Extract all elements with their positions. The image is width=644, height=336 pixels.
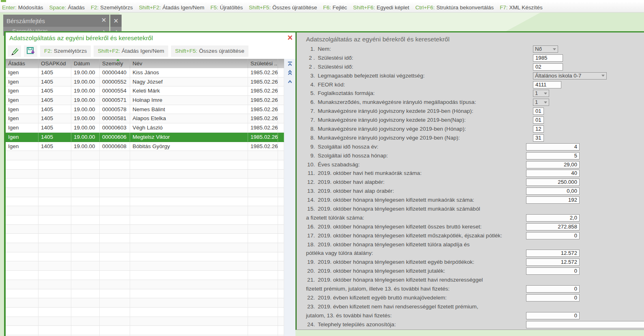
table-row[interactable]: [6, 280, 284, 289]
menu-item[interactable]: F7XML Készítés: [500, 4, 542, 11]
table-row[interactable]: [6, 151, 284, 160]
table-row[interactable]: [6, 289, 284, 299]
table-row[interactable]: [6, 261, 284, 271]
scroll-page-up-button[interactable]: [285, 69, 294, 76]
menu-item[interactable]: Shift+F5Összes újratöltése: [249, 4, 317, 11]
field-input[interactable]: 0: [526, 267, 580, 275]
toolbar-button[interactable]: Shift+F5Összes újratöltése: [171, 45, 248, 57]
table-row[interactable]: [6, 308, 284, 317]
field-input[interactable]: 12.572: [526, 250, 580, 257]
table-row[interactable]: [6, 188, 284, 197]
edit-button[interactable]: [8, 45, 21, 57]
table-row[interactable]: [6, 160, 284, 170]
table-row[interactable]: [6, 215, 284, 225]
close-button[interactable]: ×: [287, 32, 293, 43]
field-select[interactable]: 1: [533, 99, 549, 106]
field-input[interactable]: 272.858: [526, 223, 580, 230]
table-row[interactable]: [6, 170, 284, 179]
table-row[interactable]: Igen 1405 19.00.00 00000608 Bóbitás Györ…: [6, 142, 284, 151]
field-input[interactable]: 01: [533, 108, 544, 115]
scroll-up-button[interactable]: [285, 78, 294, 85]
column-header-nev[interactable]: Név: [130, 59, 248, 68]
table-row[interactable]: [6, 271, 284, 280]
window-title-bar[interactable]: ×: [110, 15, 122, 27]
field-number: 23.: [306, 302, 315, 311]
cell-filler: [278, 96, 284, 105]
toolbar-button[interactable]: Shift+F2Átadás Igen/Nem: [94, 45, 168, 57]
menu-item[interactable]: F2Személytörzs: [91, 4, 133, 11]
field-input[interactable]: 0: [526, 232, 580, 239]
field-select[interactable]: Nő: [533, 45, 558, 53]
cell-osapkod: 1405: [39, 86, 71, 95]
table-row[interactable]: Igen 1405 19.00.00 00000606 Megtelsz Vik…: [6, 133, 284, 142]
cell-nev: [130, 206, 248, 215]
form-row: a fizetett túlórák száma:2,0: [297, 213, 644, 222]
cell-nev: [130, 234, 248, 243]
column-header-szemely[interactable]: Személy: [100, 59, 130, 68]
table-row[interactable]: Igen 1405 19.00.00 00000554 Keleti Márk …: [6, 86, 284, 96]
pencil-icon: [10, 46, 19, 56]
field-input[interactable]: 0: [526, 285, 580, 293]
scroll-to-top-button[interactable]: [285, 60, 294, 67]
field-input[interactable]: 2,0: [526, 214, 580, 222]
table-row[interactable]: [6, 179, 284, 188]
column-header-datum[interactable]: Dátum: [71, 59, 100, 68]
column-header-osapkod[interactable]: OSAPKód: [39, 59, 71, 68]
field-input[interactable]: 0: [526, 312, 580, 319]
field-input[interactable]: 12.572: [526, 258, 580, 266]
save-button[interactable]: [24, 45, 37, 57]
field-input[interactable]: 4111: [533, 81, 561, 88]
table-row[interactable]: [6, 197, 284, 207]
table-row[interactable]: [6, 252, 284, 262]
table-row[interactable]: Igen 1405 19.00.00 00000552 Nagy József …: [6, 78, 284, 87]
field-input[interactable]: 4: [526, 143, 580, 151]
field-input[interactable]: 192: [526, 196, 580, 204]
menu-item[interactable]: EnterMódosítás: [2, 4, 43, 11]
field-number: 4.: [306, 80, 315, 89]
field-input[interactable]: 31: [533, 134, 544, 142]
table-row[interactable]: Igen 1405 19.00.00 00000603 Végh László …: [6, 123, 284, 133]
field-input[interactable]: 250.000: [526, 179, 580, 186]
menu-item[interactable]: F5Újratöltés: [210, 4, 243, 11]
table-row[interactable]: Igen 1405 19.00.00 00000578 Nemes Bálint…: [6, 105, 284, 114]
table-row[interactable]: [6, 225, 284, 234]
field-select[interactable]: 1: [533, 90, 549, 97]
field-select[interactable]: Általános iskola 0-7: [533, 72, 607, 80]
menu-item[interactable]: Ctrl+F6Struktúra bekonvertálás: [415, 4, 494, 11]
field-input[interactable]: 12: [533, 125, 544, 133]
close-icon[interactable]: ×: [101, 15, 106, 25]
table-row[interactable]: [6, 234, 284, 243]
table-row[interactable]: [6, 326, 284, 335]
close-icon[interactable]: ×: [113, 16, 118, 26]
field-input[interactable]: 02: [533, 63, 563, 71]
column-header-atadas[interactable]: Átadás: [6, 59, 39, 68]
toolbar-button[interactable]: F2Személytörzs: [40, 45, 91, 57]
field-input[interactable]: 40: [526, 170, 580, 177]
menu-item[interactable]: F6Fejléc: [323, 4, 347, 11]
field-input[interactable]: 1985: [533, 54, 563, 62]
field-input[interactable]: 29,00: [526, 161, 580, 168]
field-input[interactable]: 0: [526, 294, 580, 302]
menu-item[interactable]: SpaceÁtadás: [49, 4, 85, 11]
table-row[interactable]: [6, 317, 284, 326]
field-input[interactable]: 5: [526, 152, 580, 159]
menu-item[interactable]: Shift+F6Egyedi képlet: [353, 4, 409, 11]
cell-szuletesi: [248, 160, 278, 169]
field-input[interactable]: 0,00: [526, 187, 580, 195]
table-row[interactable]: Igen 1405 19.00.00 00000440 Kiss János 1…: [6, 68, 284, 78]
cell-osapkod: [39, 206, 71, 215]
field-label: fizetett prémium, jutalom, illetve 13. é…: [306, 286, 449, 292]
table-row[interactable]: Igen 1405 19.00.00 00000581 Alapos Etelk…: [6, 114, 284, 123]
column-header-szuletesi[interactable]: Születési ...: [248, 59, 278, 68]
field-input[interactable]: [526, 321, 644, 328]
table-row[interactable]: [6, 243, 284, 252]
window-title-bar[interactable]: Bérszámfejtés ×: [3, 15, 109, 27]
table-row[interactable]: [6, 206, 284, 215]
menu-item[interactable]: Shift+F2Átadás Igen/Nem: [139, 4, 204, 11]
scrollbar[interactable]: [284, 59, 295, 336]
cell-atadas: [6, 151, 39, 160]
cell-nev: [130, 179, 248, 187]
table-row[interactable]: Igen 1405 19.00.00 00000571 Holnap Imre …: [6, 96, 284, 105]
field-input[interactable]: 01: [533, 116, 544, 124]
table-row[interactable]: [6, 298, 284, 308]
